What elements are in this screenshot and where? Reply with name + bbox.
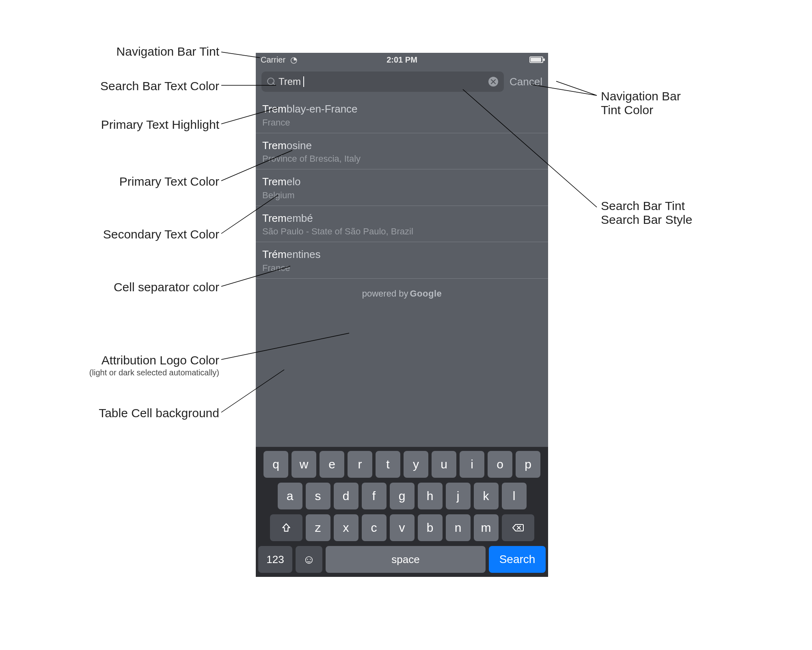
key-shift[interactable]: [270, 514, 302, 541]
key-e[interactable]: e: [320, 451, 344, 478]
list-item[interactable]: Tremblay-en-France France: [256, 97, 548, 133]
annot-primary-text-highlight: Primary Text Highlight: [101, 118, 219, 132]
keyboard-row-1: q w e r t y u i o p: [258, 451, 546, 478]
key-backspace[interactable]: [502, 514, 534, 541]
key-n[interactable]: n: [446, 514, 471, 541]
key-x[interactable]: x: [334, 514, 358, 541]
phone-mock: Carrier ◔ 2:01 PM Trem: [256, 53, 548, 577]
key-u[interactable]: u: [432, 451, 456, 478]
secondary-text: France: [262, 263, 542, 273]
key-t[interactable]: t: [376, 451, 400, 478]
google-logo-text: Google: [410, 288, 442, 299]
key-h[interactable]: h: [418, 483, 443, 509]
search-icon: [267, 78, 275, 86]
key-p[interactable]: p: [516, 451, 540, 478]
key-f[interactable]: f: [362, 483, 387, 509]
secondary-text: São Paulo - State of São Paulo, Brazil: [262, 226, 542, 237]
secondary-text: Belgium: [262, 190, 542, 201]
key-numbers[interactable]: 123: [258, 546, 292, 573]
key-emoji[interactable]: ☺: [296, 546, 322, 573]
attribution: powered byGoogle: [256, 279, 548, 315]
cancel-button[interactable]: Cancel: [510, 76, 542, 88]
list-item[interactable]: Trémentines France: [256, 242, 548, 279]
key-i[interactable]: i: [460, 451, 484, 478]
key-c[interactable]: c: [362, 514, 387, 541]
key-q[interactable]: q: [263, 451, 288, 478]
key-space[interactable]: space: [326, 546, 486, 573]
key-y[interactable]: y: [404, 451, 428, 478]
list-item[interactable]: Tremosine Province of Brescia, Italy: [256, 133, 548, 170]
keyboard: q w e r t y u i o p a s d f g h: [256, 447, 548, 577]
search-input[interactable]: Trem: [261, 72, 504, 92]
annot-primary-text-color: Primary Text Color: [119, 175, 219, 188]
keyboard-row-4: 123 ☺ space Search: [258, 546, 546, 573]
annot-nav-bar-tint-color: Navigation Bar Tint Color: [601, 89, 681, 117]
key-z[interactable]: z: [306, 514, 330, 541]
annot-table-cell-background: Table Cell background: [99, 406, 219, 420]
annot-search-bar-tint-style: Search Bar Tint Search Bar Style: [601, 199, 692, 227]
secondary-text: Province of Brescia, Italy: [262, 154, 542, 164]
key-j[interactable]: j: [446, 483, 471, 509]
svg-line-0: [221, 52, 260, 58]
keyboard-row-3: z x c v b n m: [258, 514, 546, 541]
annot-attribution-sub: (light or dark selected automatically): [89, 368, 219, 377]
key-b[interactable]: b: [418, 514, 443, 541]
key-o[interactable]: o: [488, 451, 512, 478]
annot-cell-separator-color: Cell separator color: [114, 280, 219, 294]
secondary-text: France: [262, 117, 542, 128]
key-k[interactable]: k: [474, 483, 499, 509]
key-r[interactable]: r: [348, 451, 372, 478]
list-item[interactable]: Tremembé São Paulo - State of São Paulo,…: [256, 206, 548, 243]
search-bar-row: Trem Cancel: [256, 67, 548, 97]
status-time: 2:01 PM: [256, 55, 548, 65]
clear-button[interactable]: [488, 77, 498, 87]
diagram-canvas: Navigation Bar Tint Search Bar Text Colo…: [32, 41, 780, 626]
key-m[interactable]: m: [474, 514, 499, 541]
key-g[interactable]: g: [390, 483, 415, 509]
text-cursor: [303, 76, 304, 87]
results-list: Tremblay-en-France France Tremosine Prov…: [256, 97, 548, 356]
key-search[interactable]: Search: [489, 546, 546, 573]
key-d[interactable]: d: [334, 483, 358, 509]
keyboard-row-2: a s d f g h j k l: [258, 483, 546, 509]
key-s[interactable]: s: [306, 483, 330, 509]
key-v[interactable]: v: [390, 514, 415, 541]
status-bar: Carrier ◔ 2:01 PM: [256, 53, 548, 67]
annot-attribution-logo-color: Attribution Logo Color (light or dark se…: [89, 353, 219, 377]
table-background: [256, 315, 548, 356]
key-a[interactable]: a: [278, 483, 302, 509]
annot-nav-bar-tint: Navigation Bar Tint: [117, 45, 219, 58]
search-query-text: Trem: [279, 76, 301, 87]
annot-search-bar-text-color: Search Bar Text Color: [100, 79, 219, 93]
key-w[interactable]: w: [292, 451, 316, 478]
key-l[interactable]: l: [502, 483, 527, 509]
battery-icon: [529, 56, 543, 63]
list-item[interactable]: Tremelo Belgium: [256, 169, 548, 206]
annot-secondary-text-color: Secondary Text Color: [103, 228, 219, 241]
